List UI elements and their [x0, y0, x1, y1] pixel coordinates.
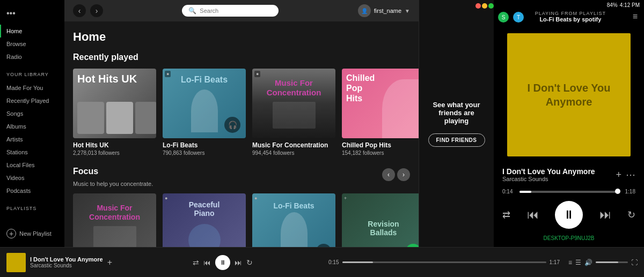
search-input[interactable]: [200, 8, 272, 14]
chevron-down-icon: ▼: [405, 8, 410, 14]
mfc-badge: ●: [254, 71, 260, 77]
card-hot-hits-uk[interactable]: Hot Hits UK Hot Hits UK 2,278,013: [73, 69, 156, 156]
sidebar: ••• Home Browse Radio YOUR LIBRARY Made …: [0, 0, 64, 247]
card-lofi2[interactable]: ● Lo-Fi Beats 🎧 Lo-Fi Beats: [252, 193, 335, 247]
avatar: 👤: [358, 4, 371, 17]
progress-bar[interactable]: [519, 191, 618, 193]
bottom-bar: I Don't Love You Anymore Sarcastic Sound…: [0, 247, 644, 277]
card-image-mfc: ● Music ForConcentration: [252, 69, 335, 138]
nav-buttons: ‹ ›: [73, 4, 103, 17]
card-image-pp: ● PeacefulPiano: [163, 193, 246, 247]
card-mfc2[interactable]: Music ForConcentration Music For Concent…: [73, 193, 156, 247]
volume-fill: [596, 261, 618, 263]
pp-text: PeacefulPiano: [189, 200, 220, 218]
sidebar-item-local-files[interactable]: Local Files: [0, 159, 64, 171]
sidebar-menu-dots[interactable]: •••: [0, 4, 64, 23]
mfc-text: Music ForConcentration: [267, 78, 321, 98]
card-subtitle-lofi: 790,863 followers: [163, 150, 246, 156]
new-playlist-button[interactable]: + New Playlist: [6, 229, 58, 238]
bottom-next-button[interactable]: ⏭: [235, 258, 242, 267]
focus-nav: ‹ ›: [382, 168, 410, 181]
sidebar-item-videos[interactable]: Videos: [0, 171, 64, 184]
avatar-icon: 👤: [361, 8, 368, 14]
card-title-mfc: Music For Concentration: [252, 141, 335, 149]
track-details: I Don't Love You Anymore Sarcastic Sound…: [502, 167, 616, 182]
progress-fill: [519, 191, 531, 193]
card-image-rb: RevisionBallads ••• ▶ +: [342, 193, 419, 247]
back-button[interactable]: ‹: [73, 4, 86, 17]
add-to-library-button[interactable]: +: [616, 169, 621, 181]
repeat-button[interactable]: ↻: [627, 209, 635, 221]
focus-next-button[interactable]: ›: [397, 168, 410, 181]
panel-menu-icon[interactable]: ≡: [633, 12, 638, 21]
card-lofi-beats[interactable]: ● Lo-Fi Beats 🎧 Lo-Fi Beats 790,863 foll…: [163, 69, 246, 156]
sidebar-item-browse[interactable]: Browse: [0, 38, 64, 50]
bottom-current-time: 0:15: [328, 259, 339, 265]
track-artist: Sarcastic Sounds: [502, 176, 616, 182]
lyrics-button[interactable]: ≡: [568, 259, 572, 266]
search-icon: 🔍: [188, 7, 196, 14]
previous-button[interactable]: ⏮: [527, 208, 539, 222]
card-revision-ballads[interactable]: RevisionBallads ••• ▶ + Revision Ballads: [342, 193, 419, 247]
friends-title: See what your friends are playing: [428, 101, 485, 125]
card-image-hot-hits: Hot Hits UK: [73, 69, 156, 138]
queue-button[interactable]: ☰: [575, 259, 581, 266]
minimize-button[interactable]: [482, 3, 487, 9]
plus-icon: +: [6, 229, 16, 238]
sidebar-item-stations[interactable]: Stations: [0, 146, 64, 159]
main-content: ‹ › 🔍 👤 first_name ▼ Home Recently playe…: [64, 0, 419, 247]
lofi-badge: ●: [165, 71, 171, 77]
bottom-add-button[interactable]: +: [107, 258, 112, 267]
sidebar-item-recently-played[interactable]: Recently Played: [0, 94, 64, 107]
sidebar-item-podcasts[interactable]: Podcasts: [0, 184, 64, 197]
progress-dot: [615, 189, 620, 194]
next-button[interactable]: ⏭: [599, 208, 611, 222]
status-bar: 84% 4:12 PM: [494, 0, 644, 10]
track-more-options-button[interactable]: ⋯: [626, 169, 635, 181]
library-nav: Made For You Recently Played Songs Album…: [0, 79, 64, 199]
lofi-text: Lo-Fi Beats: [181, 74, 228, 85]
focus-prev-button[interactable]: ‹: [382, 168, 395, 181]
user-info[interactable]: 👤 first_name ▼: [358, 4, 410, 17]
focus-row: Music ForConcentration Music For Concent…: [73, 193, 410, 247]
sidebar-item-artists[interactable]: Artists: [0, 133, 64, 146]
play-pause-button[interactable]: ⏸: [555, 201, 583, 229]
bottom-repeat-button[interactable]: ↻: [246, 258, 253, 267]
playing-from-label: PLAYING FROM PLAYLIST: [508, 11, 633, 16]
card-peaceful-piano[interactable]: ● PeacefulPiano Peaceful Piano: [163, 193, 246, 247]
sidebar-item-home[interactable]: Home: [0, 25, 64, 38]
search-bar[interactable]: 🔍: [182, 5, 279, 17]
forward-button[interactable]: ›: [90, 4, 103, 17]
bottom-shuffle-button[interactable]: ⇄: [193, 258, 199, 267]
fullscreen-button[interactable]: ⛶: [631, 259, 638, 266]
headphones-icon: 🎧: [224, 117, 240, 133]
bottom-total-time: 1:17: [550, 259, 560, 265]
shuffle-button[interactable]: ⇄: [502, 209, 510, 221]
card-chilled-pop[interactable]: ChilledPopHits Chilled Pop Hits 154,182 …: [342, 69, 419, 156]
volume-bar[interactable]: [596, 261, 628, 263]
hot-hits-label: Hot Hits UK: [77, 73, 156, 85]
card-subtitle-mfc: 994,454 followers: [252, 150, 335, 156]
lofi2-text: Lo-Fi Beats: [273, 201, 314, 210]
focus-title: Focus: [73, 167, 98, 176]
card-image-cph: ChilledPopHits: [342, 69, 419, 138]
album-art-text: I Don't Love You Anymore: [507, 72, 631, 117]
find-friends-button[interactable]: FIND FRIENDS: [428, 133, 485, 147]
sidebar-item-radio[interactable]: Radio: [0, 50, 64, 63]
playlists-label: PLAYLISTS: [0, 199, 64, 213]
bottom-track-artist: Sarcastic Sounds: [30, 263, 103, 268]
bottom-play-pause-button[interactable]: ⏸: [215, 255, 230, 270]
devices-button[interactable]: 🔊: [584, 259, 592, 266]
card-music-concentration[interactable]: ● Music ForConcentration Music For Conce…: [252, 69, 335, 156]
track-info-row: I Don't Love You Anymore Sarcastic Sound…: [494, 163, 644, 186]
bottom-track-info: I Don't Love You Anymore Sarcastic Sound…: [30, 256, 103, 268]
rb-badge: +: [344, 196, 347, 201]
bottom-prev-button[interactable]: ⏮: [203, 258, 211, 267]
sidebar-item-songs[interactable]: Songs: [0, 107, 64, 120]
close-button[interactable]: [475, 3, 481, 9]
bottom-progress-bar[interactable]: [342, 261, 546, 263]
page-title: Home: [73, 30, 410, 44]
maximize-button[interactable]: [488, 3, 494, 9]
sidebar-item-albums[interactable]: Albums: [0, 120, 64, 133]
sidebar-item-made-for-you[interactable]: Made For You: [0, 81, 64, 94]
